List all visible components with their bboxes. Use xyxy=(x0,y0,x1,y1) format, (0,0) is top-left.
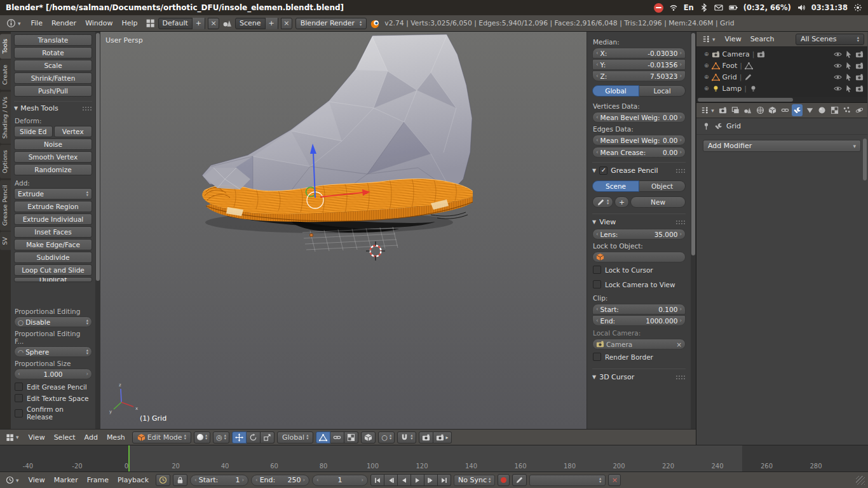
proportional-edit-dropdown[interactable]: ○ ▴▾ xyxy=(378,431,395,444)
current-frame-cursor[interactable] xyxy=(128,445,130,471)
decrement-arrow-icon[interactable]: ‹ xyxy=(596,149,599,155)
visibility-eye-icon[interactable] xyxy=(834,85,842,93)
tool-button[interactable]: Subdivide xyxy=(14,252,92,263)
tool-button[interactable]: Inset Faces xyxy=(14,226,92,238)
wifi-icon[interactable] xyxy=(669,3,678,12)
edge-select-toggle[interactable] xyxy=(330,431,344,444)
vertex-select-toggle[interactable] xyxy=(316,431,330,444)
visibility-eye-icon[interactable] xyxy=(834,50,842,58)
visibility-eye-icon[interactable] xyxy=(834,73,842,81)
decrement-arrow-icon[interactable]: ‹ xyxy=(596,306,599,312)
tool-button[interactable]: Scale xyxy=(14,60,92,71)
decrement-arrow-icon[interactable]: ‹ xyxy=(596,62,599,67)
menu-item[interactable]: Add xyxy=(80,433,102,442)
properties-scrollbar[interactable] xyxy=(863,139,867,180)
grease-pencil-panel-header[interactable]: ▼ Grease Pencil xyxy=(592,162,686,177)
checkbox-row[interactable]: Edit Texture Space xyxy=(15,394,92,402)
add-layout-button[interactable]: + xyxy=(192,18,205,29)
auto-keyframe-record-button[interactable] xyxy=(498,474,510,486)
mean-crease-field[interactable]: ‹ Mean Crease: 0.00 › xyxy=(592,147,686,158)
checkbox[interactable] xyxy=(593,266,601,274)
menu-item[interactable]: View xyxy=(24,475,50,485)
increment-arrow-icon[interactable]: › xyxy=(679,231,682,237)
visibility-eye-icon[interactable] xyxy=(834,62,842,70)
scene-selector[interactable]: Scene + xyxy=(235,18,278,29)
checkbox-row[interactable]: Edit Grease Pencil xyxy=(15,383,92,391)
add-modifier-dropdown[interactable]: Add Modifier ▾ xyxy=(703,140,861,152)
outliner-row-lamp[interactable]: ⊕ Lamp | xyxy=(696,83,867,94)
npanel-scrollbar[interactable] xyxy=(691,32,696,429)
menu-item[interactable]: Window xyxy=(81,18,117,28)
keying-set-button[interactable] xyxy=(512,474,527,486)
increment-arrow-icon[interactable]: › xyxy=(679,62,682,67)
tab-particles[interactable] xyxy=(841,104,853,116)
lock-to-cursor-row[interactable]: Lock to Cursor xyxy=(593,266,685,274)
view-panel-header[interactable]: ▼ View xyxy=(592,214,686,229)
tab-data[interactable] xyxy=(804,104,815,116)
menu-item[interactable]: View xyxy=(24,433,50,442)
editor-type-button[interactable]: ▾ xyxy=(700,33,718,45)
lock-to-object-field[interactable] xyxy=(592,252,686,262)
current-frame-field[interactable]: ‹ 1 › xyxy=(312,475,368,486)
tab-create[interactable]: Create xyxy=(0,60,11,90)
prev-keyframe-button[interactable] xyxy=(384,474,398,486)
increment-arrow-icon[interactable]: › xyxy=(361,477,363,483)
increment-arrow-icon[interactable]: › xyxy=(679,137,682,143)
tab-clipped[interactable]: SV xyxy=(0,232,11,250)
tool-button[interactable]: Extrude Individual xyxy=(14,214,92,225)
menu-item[interactable]: Help xyxy=(118,18,142,28)
panel-drag-grip[interactable] xyxy=(675,375,686,379)
increment-arrow-icon[interactable]: › xyxy=(679,73,682,79)
volume-icon[interactable] xyxy=(797,3,806,12)
proportional-editing-dropdown[interactable]: ○ Disable ▴▾ xyxy=(14,316,92,327)
end-frame-field[interactable]: ‹ End: 250 › xyxy=(251,475,309,486)
mean-bevel-weight-vertex-field[interactable]: ‹ Mean Bevel Weig: 0.00 › xyxy=(592,112,686,123)
play-reverse-button[interactable] xyxy=(398,474,411,486)
outliner-hscrollbar[interactable] xyxy=(696,97,867,102)
start-frame-field[interactable]: ‹ Start: 1 › xyxy=(190,475,248,486)
tab-world[interactable] xyxy=(754,104,766,116)
decrement-arrow-icon[interactable]: ‹ xyxy=(316,477,319,483)
tab-scene[interactable] xyxy=(742,104,754,116)
active-keying-set-field[interactable]: ▴▾ xyxy=(529,475,606,486)
menu-item[interactable]: Mesh xyxy=(102,433,130,442)
clip-end-field[interactable]: ‹ End: 1000.000 › xyxy=(592,315,686,326)
outliner-row-foot[interactable]: ⊕ Foot | xyxy=(696,60,867,71)
increment-arrow-icon[interactable]: › xyxy=(241,477,244,483)
sync-mode-dropdown[interactable]: No Sync ▴▾ xyxy=(454,475,495,486)
expand-icon[interactable]: ⊕ xyxy=(704,74,709,80)
selectable-pointer-icon[interactable] xyxy=(844,85,853,93)
tab-texture[interactable] xyxy=(829,104,840,116)
local-button[interactable]: Local xyxy=(639,85,686,97)
manipulator-translate-toggle[interactable] xyxy=(232,431,247,444)
gp-draw-mode-dropdown[interactable]: ▴▾ xyxy=(592,196,613,208)
increment-arrow-icon[interactable]: › xyxy=(302,477,305,483)
tab-material[interactable] xyxy=(817,104,828,116)
viewport-canvas[interactable]: zyx User Persp (1) Grid xyxy=(100,32,587,429)
decrement-arrow-icon[interactable]: ‹ xyxy=(596,114,599,120)
clear-icon[interactable]: × xyxy=(676,341,682,348)
pivot-point-dropdown[interactable]: ◎ ▴▾ xyxy=(213,431,229,444)
falloff-dropdown[interactable]: ◠ Sphere ▴▾ xyxy=(14,346,92,357)
clear-keying-set-button[interactable]: × xyxy=(608,474,621,486)
face-select-toggle[interactable] xyxy=(344,431,358,444)
lock-camera-row[interactable]: Lock Camera to View xyxy=(593,280,685,288)
global-button[interactable]: Global xyxy=(592,85,639,97)
decrement-arrow-icon[interactable]: ‹ xyxy=(194,477,197,483)
selectable-pointer-icon[interactable] xyxy=(844,73,853,81)
opengl-render-image-button[interactable] xyxy=(419,431,433,444)
tab-tools[interactable]: Tools xyxy=(0,34,11,58)
tab-shading-uvs[interactable]: Shading / UVs xyxy=(0,92,11,144)
decrement-arrow-icon[interactable]: ‹ xyxy=(18,371,20,377)
median-y-field[interactable]: ‹ Y: -0.01356 › xyxy=(592,59,686,70)
proportional-size-field[interactable]: ‹ 1.000 › xyxy=(14,369,92,379)
panel-drag-grip[interactable] xyxy=(675,168,686,173)
screen-layout-selector[interactable]: Default + xyxy=(158,18,205,29)
manipulator-scale-toggle[interactable] xyxy=(261,431,275,444)
median-z-field[interactable]: ‹ Z: 7.50323 › xyxy=(592,71,686,81)
keyboard-layout-indicator[interactable]: En xyxy=(684,3,694,12)
tool-button[interactable]: Translate xyxy=(14,34,92,46)
tab-constraints[interactable] xyxy=(779,104,790,116)
editor-type-info-button[interactable]: ▾ xyxy=(4,17,24,29)
median-x-field[interactable]: ‹ X: -0.03030 › xyxy=(592,48,686,58)
